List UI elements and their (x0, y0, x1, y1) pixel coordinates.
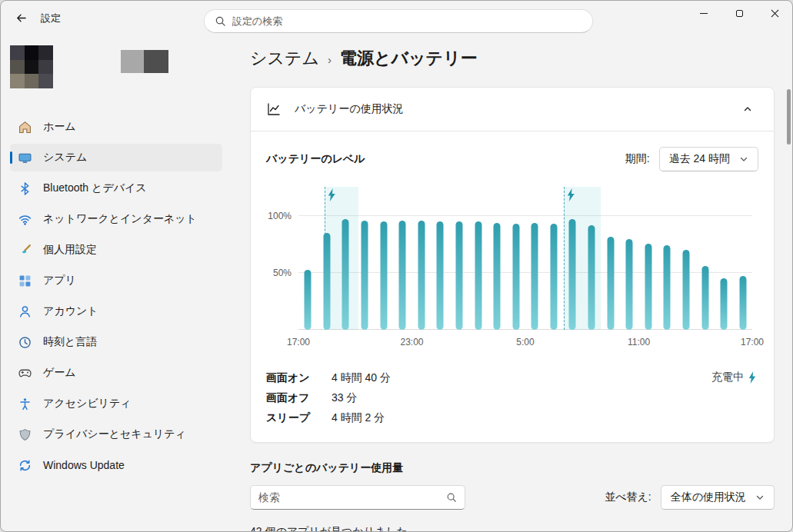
per-app-section-title: アプリごとのバッテリー使用量 (250, 461, 775, 475)
battery-usage-expander-body: バッテリーのレベル 期間: 過去 24 時間 100%50% 17:0023:0 (251, 131, 774, 442)
accessibility-icon (18, 397, 32, 411)
battery-level-bar (588, 225, 595, 330)
period-dropdown-value: 過去 24 時間 (669, 152, 730, 166)
stat-row-sleep: スリープ 4 時間 2 分 (266, 408, 758, 428)
minimize-button[interactable] (686, 1, 721, 26)
battery-level-bar (550, 224, 557, 330)
battery-usage-stats: 画面オン 4 時間 40 分 画面オフ 33 分 スリープ 4 時間 2 分 充… (266, 368, 758, 428)
chevron-down-icon (739, 155, 748, 164)
battery-level-bar (305, 270, 312, 330)
battery-level-bar (531, 223, 538, 330)
settings-search-input[interactable] (232, 15, 582, 27)
sidebar-item-network[interactable]: ネットワークとインターネット (10, 205, 222, 233)
sidebar-item-system[interactable]: システム (10, 144, 222, 171)
bluetooth-icon (18, 182, 32, 195)
sidebar-item-privacy[interactable]: プライバシーとセキュリティ (10, 421, 222, 448)
app-search-box[interactable] (250, 485, 465, 510)
close-button[interactable] (757, 1, 792, 26)
back-button[interactable] (7, 5, 35, 30)
sidebar-nav: ホームシステムBluetooth とデバイスネットワークとインターネット個人用設… (5, 113, 227, 479)
x-axis-label: 11:00 (628, 337, 650, 347)
page-title: 電源とバッテリー (340, 47, 478, 70)
battery-level-bar (682, 250, 689, 330)
battery-level-bar (455, 221, 462, 330)
battery-level-bar (342, 219, 349, 330)
sort-dropdown[interactable]: 全体の使用状況 (661, 485, 775, 510)
sidebar-item-time[interactable]: 時刻と言語 (10, 328, 222, 356)
sidebar-item-home[interactable]: ホーム (10, 113, 222, 141)
sort-group: 並べ替え: 全体の使用状況 (605, 485, 775, 510)
sort-label: 並べ替え: (605, 490, 651, 504)
minimize-icon (700, 13, 708, 14)
maximize-button[interactable] (721, 1, 757, 26)
battery-level-bar (626, 239, 633, 330)
battery-level-bar (569, 219, 576, 330)
scrollbar-thumb[interactable] (787, 89, 791, 145)
system-icon (18, 151, 32, 165)
account-section[interactable] (5, 35, 227, 102)
battery-level-bar (362, 221, 368, 330)
personalization-icon (18, 244, 32, 257)
battery-level-bar (607, 237, 614, 330)
sidebar-item-apps[interactable]: アプリ (10, 267, 222, 294)
y-axis-label: 100% (268, 211, 292, 221)
stat-row-screen-off: 画面オフ 33 分 (266, 388, 758, 408)
gaming-icon (18, 367, 32, 380)
battery-level-row: バッテリーのレベル 期間: 過去 24 時間 (266, 147, 758, 171)
sidebar-item-label: アクセシビリティ (43, 397, 132, 411)
sidebar-item-label: ホーム (43, 120, 76, 134)
maximize-icon (736, 10, 743, 17)
sidebar-item-label: アカウント (43, 304, 98, 318)
home-icon (18, 121, 32, 134)
period-group: 期間: 過去 24 時間 (625, 147, 758, 171)
period-dropdown[interactable]: 過去 24 時間 (659, 147, 758, 171)
battery-level-bar (399, 221, 406, 330)
stat-value: 33 分 (332, 391, 357, 405)
main-content: システム › 電源とバッテリー バッテリーの使用状況 バッテリーのレベル (232, 35, 792, 531)
sidebar-item-personalization[interactable]: 個人用設定 (10, 236, 222, 264)
sidebar-item-update[interactable]: Windows Update (10, 451, 222, 479)
battery-level-bar (512, 224, 519, 330)
stat-label: 画面オフ (266, 391, 332, 405)
collapse-expander-button[interactable] (737, 98, 758, 120)
sidebar-item-bluetooth[interactable]: Bluetooth とデバイス (10, 175, 222, 202)
charging-bolt-icon (328, 188, 336, 201)
accounts-icon (18, 305, 32, 318)
battery-level-bar (645, 244, 651, 330)
battery-level-title: バッテリーのレベル (266, 152, 365, 166)
charging-status-label: 充電中 (711, 371, 744, 384)
charging-status: 充電中 (711, 371, 757, 384)
battery-chart-xlabels: 17:0023:005:0011:0017:00 (298, 334, 752, 348)
breadcrumb: システム › 電源とバッテリー (250, 47, 775, 70)
sidebar-item-label: システム (43, 151, 87, 165)
battery-level-bar (418, 221, 425, 330)
breadcrumb-parent[interactable]: システム (250, 47, 319, 70)
settings-window: 設定 ホームシステムBluetooth とデバイスネットワークとインターネット個… (0, 0, 793, 532)
battery-level-bar (721, 278, 728, 330)
x-axis-label: 17:00 (741, 337, 764, 347)
sidebar-item-label: 時刻と言語 (43, 335, 97, 349)
chevron-up-icon (743, 105, 752, 114)
x-axis-label: 5:00 (516, 337, 534, 347)
sidebar-item-accessibility[interactable]: アクセシビリティ (10, 390, 222, 417)
stat-label: スリープ (266, 411, 332, 425)
network-icon (18, 213, 32, 226)
close-icon (771, 9, 779, 18)
battery-level-bar (664, 245, 671, 330)
app-title: 設定 (41, 12, 61, 25)
settings-search-box[interactable] (204, 9, 593, 33)
charging-bolt-icon (748, 371, 757, 384)
titlebar: 設定 (1, 1, 792, 35)
battery-usage-expander-header[interactable]: バッテリーの使用状況 (251, 88, 774, 131)
battery-usage-card: バッテリーの使用状況 バッテリーのレベル 期間: 過去 24 時間 (250, 87, 775, 443)
battery-chart-icon (266, 101, 282, 117)
update-icon (18, 459, 32, 472)
app-search-input[interactable] (258, 491, 440, 504)
stat-label: 画面オン (266, 371, 332, 385)
battery-chart-plot: 100%50% (298, 216, 752, 330)
stat-row-screen-on: 画面オン 4 時間 40 分 (266, 368, 758, 388)
account-avatar (10, 45, 53, 88)
sidebar-item-gaming[interactable]: ゲーム (10, 359, 222, 387)
sidebar-item-accounts[interactable]: アカウント (10, 298, 222, 325)
window-controls (686, 1, 792, 26)
